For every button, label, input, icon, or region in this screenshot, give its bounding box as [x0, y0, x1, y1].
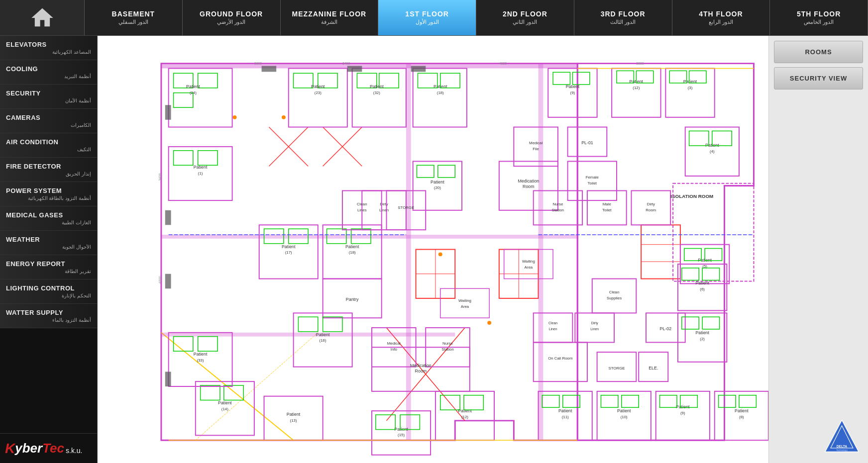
svg-text:(11): (11): [562, 415, 569, 419]
svg-rect-214: [165, 210, 171, 225]
svg-text:ELE.: ELE.: [649, 366, 658, 370]
sidebar-label-en: ENERGY REPORT: [6, 260, 91, 268]
svg-text:3800: 3800: [636, 62, 644, 65]
logo-sku: s.k.u.: [66, 447, 82, 455]
svg-text:Patient: Patient: [345, 244, 359, 249]
svg-text:(20): (20): [434, 185, 441, 190]
tab-third[interactable]: 3RD FLOOR الدور الثالث: [574, 0, 672, 35]
home-icon: [29, 5, 55, 31]
floorplan-svg: Patient (24) Patient (23) Patient (32) P…: [98, 36, 768, 463]
svg-text:(2): (2): [700, 337, 705, 341]
svg-text:Area: Area: [525, 265, 533, 270]
sidebar-item-cameras[interactable]: CAMERAS الكاميرات: [0, 109, 97, 133]
svg-text:Patient: Patient: [431, 180, 444, 185]
logo-k: K: [5, 441, 15, 457]
sidebar-item-elevators[interactable]: ELEVATORS المصاعد الكهربائية: [0, 36, 97, 60]
svg-text:Linen: Linen: [590, 327, 599, 331]
right-panel-buttons: ROOMSSECURITY VIEW: [774, 41, 863, 93]
sidebar-item-air-condition[interactable]: AIR CONDITION التكيف: [0, 133, 97, 158]
sidebar-label-ar: تقرير الطاقة: [6, 269, 91, 274]
svg-rect-217: [262, 66, 277, 72]
svg-text:(10): (10): [621, 415, 628, 419]
svg-text:Linen: Linen: [549, 327, 557, 331]
svg-text:(13): (13): [290, 418, 297, 423]
svg-text:(18): (18): [437, 91, 444, 95]
svg-text:(18): (18): [349, 250, 356, 255]
svg-text:Clean: Clean: [609, 290, 620, 294]
sidebar-label-ar: المصاعد الكهربائية: [6, 49, 91, 55]
svg-text:Patient: Patient: [695, 330, 709, 335]
svg-text:4000: 4000: [158, 276, 162, 283]
header: BASEMENT الدور السفلي GROUND FLOOR الدور…: [0, 0, 868, 36]
tab-label-en: BASEMENT: [112, 10, 155, 18]
main-layout: ELEVATORS المصاعد الكهربائية COOLING أنظ…: [0, 36, 868, 463]
tab-mezzanine[interactable]: MEZZANINE FLOOR الشرفة: [281, 0, 379, 35]
sidebar-item-cooling[interactable]: COOLING أنظمة التبريد: [0, 60, 97, 85]
svg-text:Dirty: Dirty: [647, 202, 655, 206]
svg-text:(33): (33): [197, 358, 204, 363]
right-btn-rooms[interactable]: ROOMS: [774, 41, 863, 63]
svg-text:Room: Room: [646, 208, 656, 212]
kybertec-logo: K yber Tec s.k.u.: [5, 441, 82, 457]
sidebar-item-fire-detector[interactable]: FIRE DETECTOR إنذار الحريق: [0, 158, 97, 182]
svg-text:Clean: Clean: [357, 202, 367, 206]
svg-rect-216: [165, 371, 171, 386]
svg-text:Patient: Patient: [695, 280, 709, 285]
svg-text:Female: Female: [586, 175, 599, 180]
sidebar-items: ELEVATORS المصاعد الكهربائية COOLING أنظ…: [0, 36, 97, 328]
floorplan-area: Patient (24) Patient (23) Patient (32) P…: [98, 36, 768, 463]
svg-text:(6): (6): [700, 287, 705, 291]
sidebar-item-weather[interactable]: WEATHER الأحوال الجوية: [0, 231, 97, 255]
svg-point-225: [282, 115, 286, 119]
sidebar: ELEVATORS المصاعد الكهربائية COOLING أنظ…: [0, 36, 98, 463]
svg-point-224: [233, 115, 237, 119]
tab-label-ar: الدور الرابع: [709, 19, 733, 25]
svg-text:Area: Area: [461, 304, 469, 309]
sidebar-item-water-supply[interactable]: WATTER SUPPLY أنظمة التزود بالماء: [0, 304, 97, 328]
svg-text:Nurse: Nurse: [552, 202, 563, 206]
svg-text:Medication: Medication: [410, 363, 432, 368]
sidebar-item-security[interactable]: SECURITY أنظمة الأمان: [0, 85, 97, 109]
svg-text:Waiting: Waiting: [522, 259, 535, 264]
svg-text:PL-02: PL-02: [660, 326, 672, 331]
svg-text:(17): (17): [285, 250, 292, 255]
svg-text:Patient: Patient: [316, 332, 330, 337]
svg-point-226: [438, 252, 442, 256]
tab-label-ar: الدور السفلي: [118, 19, 148, 25]
sidebar-label-ar: إنذار الحريق: [6, 171, 91, 177]
sidebar-item-lighting-control[interactable]: LIGHTING CONTROL التحكم بالإنارة: [0, 279, 97, 304]
sidebar-label-ar: أنظمة التزود بالماء: [6, 317, 91, 323]
svg-rect-20: [161, 64, 577, 69]
home-button[interactable]: [0, 0, 85, 35]
floor-tabs: BASEMENT الدور السفلي GROUND FLOOR الدور…: [85, 0, 868, 35]
svg-rect-24: [539, 64, 543, 441]
svg-text:Patient: Patient: [218, 400, 232, 405]
tab-ground[interactable]: GROUND FLOOR الدور الأرضي: [183, 0, 281, 35]
tab-fifth[interactable]: 5TH FLOOR الدور الخامص: [770, 0, 868, 35]
svg-rect-215: [165, 274, 171, 289]
sidebar-item-medical-gases[interactable]: MEDICAL GASES الغازات الطبية: [0, 206, 97, 231]
sidebar-label-en: ELEVATORS: [6, 41, 91, 48]
right-btn-security-view[interactable]: SECURITY VIEW: [774, 67, 863, 90]
tab-first[interactable]: 1ST FLOOR الدور الأول: [378, 0, 476, 35]
svg-text:Patient: Patient: [735, 408, 749, 413]
svg-text:Room: Room: [523, 185, 535, 189]
tab-fourth[interactable]: 4TH FLOOR الدور الرابع: [672, 0, 770, 35]
svg-text:Male: Male: [603, 202, 612, 206]
sidebar-label-ar: أنظمة الأمان: [6, 98, 91, 103]
tab-label-ar: الدور الثاني: [513, 19, 537, 25]
tab-basement[interactable]: BASEMENT الدور السفلي: [85, 0, 183, 35]
sidebar-label-en: COOLING: [6, 65, 91, 73]
svg-text:Medical: Medical: [387, 341, 401, 346]
sidebar-item-power-system[interactable]: POWER SYSTEM أنظمة التزود بالطاقة الكهرب…: [0, 182, 97, 206]
sidebar-label-ar: التحكم بالإنارة: [6, 293, 91, 298]
svg-text:(15): (15): [398, 433, 405, 437]
brand-logo: K yber Tec s.k.u.: [0, 433, 97, 463]
svg-text:Clean: Clean: [548, 321, 557, 325]
tab-second[interactable]: 2ND FLOOR الدور الثاني: [476, 0, 574, 35]
tab-label-ar: الدور الأول: [416, 19, 439, 25]
svg-text:Patient: Patient: [558, 408, 572, 413]
logo-tec: Tec: [42, 441, 64, 456]
sidebar-item-energy-report[interactable]: ENERGY REPORT تقرير الطاقة: [0, 255, 97, 279]
svg-text:Patient: Patient: [617, 408, 631, 413]
